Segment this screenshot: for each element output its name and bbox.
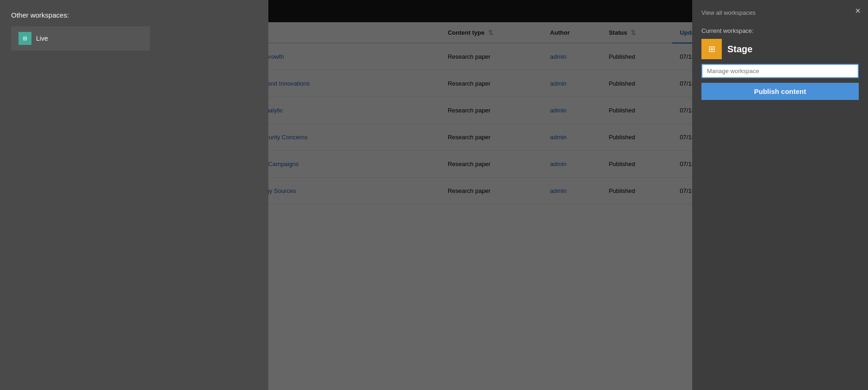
live-workspace-label: Live bbox=[36, 35, 48, 42]
manage-workspace-input[interactable] bbox=[701, 64, 859, 78]
workspace-overlay: Other workspaces: ⊞ Live × View all work… bbox=[0, 0, 868, 390]
live-workspace-icon: ⊞ bbox=[19, 32, 31, 45]
view-all-workspaces-link[interactable]: View all workspaces bbox=[701, 9, 756, 16]
close-overlay-button[interactable]: × bbox=[855, 6, 861, 16]
other-workspaces-panel: Other workspaces: ⊞ Live bbox=[0, 0, 268, 390]
publish-content-button[interactable]: Publish content bbox=[701, 83, 859, 100]
other-workspaces-title: Other workspaces: bbox=[11, 11, 257, 19]
stage-workspace-icon: ⊞ bbox=[701, 39, 722, 59]
current-workspace-label: Current workspace: bbox=[701, 27, 859, 34]
stage-workspace-name: Stage bbox=[727, 44, 752, 55]
live-workspace-item[interactable]: ⊞ Live bbox=[11, 26, 150, 50]
current-workspace-panel: × View all workspaces Current workspace:… bbox=[692, 0, 868, 390]
